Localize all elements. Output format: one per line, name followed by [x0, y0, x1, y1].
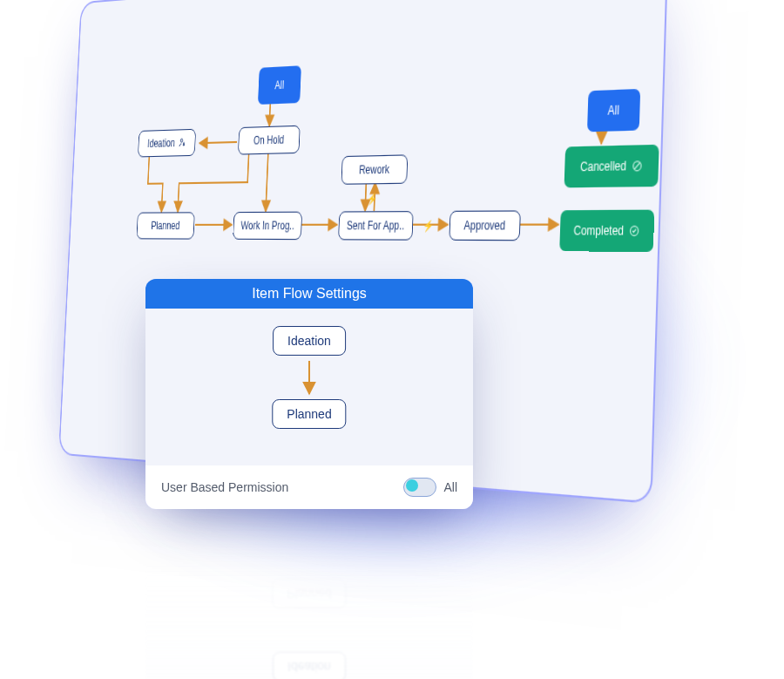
node-ideation[interactable]: Ideation — [138, 129, 196, 158]
settings-card: Item Flow Settings Ideation Planned User… — [145, 279, 473, 509]
bolt-icon: ⚡ — [422, 220, 434, 233]
label: All — [607, 103, 619, 118]
label: Ideation — [147, 137, 175, 150]
bolt-icon: ⚡ — [367, 193, 378, 205]
user-icon — [178, 137, 186, 148]
node-all-1[interactable]: All — [258, 65, 301, 105]
check-icon — [629, 225, 640, 237]
label: Completed — [573, 223, 624, 238]
node-rework[interactable]: Rework — [341, 154, 409, 185]
node-cancelled[interactable]: Cancelled — [564, 145, 659, 188]
svg-point-0 — [180, 139, 183, 142]
label: On Hold — [253, 133, 285, 147]
permission-toggle[interactable] — [403, 478, 436, 497]
node-wip[interactable]: Work In Prog.. — [233, 212, 302, 240]
label: Rework — [359, 163, 390, 177]
label: Ideation — [287, 334, 331, 348]
svg-point-1 — [183, 143, 185, 145]
card-title: Item Flow Settings — [145, 279, 473, 309]
cancel-icon — [632, 160, 643, 173]
label: Sent For App.. — [347, 219, 405, 233]
label: Work In Prog.. — [240, 219, 294, 232]
label: Cancelled — [580, 159, 626, 174]
label: Planned — [151, 220, 180, 233]
label: Approved — [463, 219, 505, 233]
card-node-ideation[interactable]: Ideation — [273, 326, 346, 356]
label: All — [274, 78, 284, 92]
node-all-2[interactable]: All — [587, 89, 640, 132]
node-completed[interactable]: Completed — [559, 210, 654, 252]
node-on-hold[interactable]: On Hold — [238, 126, 301, 155]
label: Planned — [287, 407, 331, 421]
card-node-planned[interactable]: Planned — [272, 399, 346, 429]
node-sent-for-approval[interactable]: Sent For App.. — [338, 211, 413, 241]
toggle-label: All — [443, 480, 457, 494]
node-planned[interactable]: Planned — [137, 212, 195, 239]
permission-label: User Based Permission — [161, 480, 288, 494]
node-approved[interactable]: Approved — [449, 210, 521, 241]
card-arrow — [299, 359, 320, 399]
